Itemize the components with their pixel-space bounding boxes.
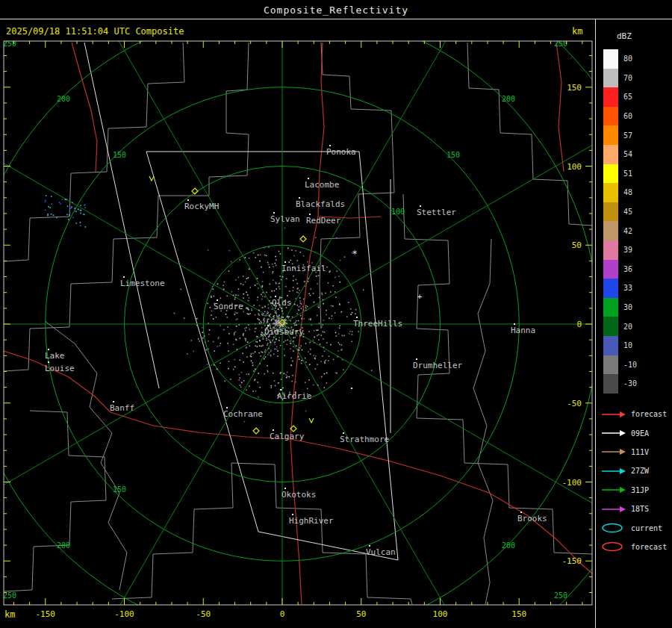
- echo-pixel: [299, 297, 301, 299]
- echo-pixel: [281, 323, 283, 324]
- echo-pixel: [276, 323, 278, 325]
- sidebar-separator-line: [595, 19, 596, 628]
- legend-row-31JP: 31JP: [600, 481, 667, 500]
- echo-pixel: [211, 296, 212, 297]
- echo-pixel: [264, 317, 265, 319]
- echo-pixel-nw: [45, 210, 46, 211]
- echo-pixel: [350, 308, 352, 310]
- echo-pixel: [231, 261, 232, 263]
- echo-pixel: [340, 282, 341, 283]
- echo-pixel-nw: [71, 206, 72, 208]
- city-label: Hanna: [511, 326, 535, 335]
- echo-pixel-nw: [80, 210, 81, 211]
- echo-pixel: [339, 343, 340, 345]
- legend-label: 31JP: [631, 486, 649, 494]
- echo-pixel: [208, 341, 209, 342]
- echo-pixel: [255, 285, 256, 286]
- colorbar-value: 36: [623, 265, 632, 273]
- echo-pixel: [259, 261, 261, 262]
- echo-pixel: [202, 332, 204, 333]
- echo-pixel: [293, 276, 294, 277]
- echo-pixel: [240, 385, 241, 386]
- echo-pixel: [273, 353, 275, 355]
- echo-pixel: [303, 299, 305, 300]
- echo-pixel: [239, 377, 240, 379]
- echo-pixel: [208, 334, 210, 335]
- radar-app-window: PonokaLacombeBlackfaldsSylvanRedDeerStet…: [0, 0, 672, 628]
- colorbar-value: -30: [623, 379, 637, 388]
- echo-pixel: [258, 287, 259, 289]
- echo-pixel: [253, 252, 255, 254]
- echo-pixel: [308, 293, 310, 294]
- echo-pixel: [305, 286, 306, 287]
- echo-pixel: [258, 320, 260, 321]
- city-label: Ponoka: [326, 147, 356, 157]
- echo-pixel: [293, 287, 294, 288]
- echo-pixel: [314, 330, 315, 332]
- echo-pixel: [301, 363, 302, 364]
- radial-line: [85, 324, 282, 628]
- echo-pixel: [264, 315, 266, 317]
- echo-pixel: [271, 385, 273, 387]
- echo-pixel: [257, 283, 258, 285]
- colorbar-value: 57: [623, 131, 632, 140]
- city-label: HighRiver: [289, 516, 334, 526]
- echo-pixel: [335, 277, 336, 279]
- city-marker: [123, 276, 125, 278]
- echo-pixel: [258, 255, 259, 256]
- city-label: Louise: [45, 364, 75, 373]
- colorbar-entry: 80: [603, 49, 637, 69]
- echo-pixel: [323, 332, 324, 333]
- echo-pixel: [306, 367, 308, 368]
- echo-pixel: [273, 373, 274, 374]
- echo-pixel: [267, 322, 268, 323]
- legend-label: forecast: [631, 410, 667, 418]
- echo-pixel: [277, 355, 279, 357]
- colorbar-value: 20: [623, 323, 632, 331]
- color-swatch: [603, 107, 618, 126]
- colorbar-entry: 36: [603, 260, 637, 279]
- city-marker: [329, 145, 331, 146]
- echo-pixel: [279, 251, 280, 252]
- legend-row-forecast: forecast: [600, 538, 667, 556]
- echo-pixel: [343, 369, 344, 370]
- echo-pixel: [317, 385, 319, 386]
- colorbar-title: dBZ: [617, 31, 632, 41]
- echo-pixel: [239, 259, 240, 261]
- highway-line: [556, 43, 564, 172]
- echo-pixel: [339, 304, 340, 305]
- city-label: Limestone: [120, 279, 165, 288]
- echo-pixel: [298, 320, 299, 322]
- echo-pixel: [264, 311, 266, 313]
- echo-pixel: [212, 286, 214, 287]
- echo-pixel: [302, 349, 303, 351]
- echo-pixel: [297, 349, 299, 350]
- echo-pixel: [271, 320, 273, 322]
- colorbar-value: 60: [623, 112, 632, 120]
- echo-pixel: [235, 319, 237, 320]
- echo-pixel: [328, 360, 329, 361]
- city-label: RedDeer: [306, 216, 341, 226]
- echo-pixel: [277, 321, 279, 323]
- echo-pixel: [238, 288, 240, 290]
- city-label: Strathmore: [340, 435, 389, 444]
- county-boundary-line: [473, 239, 493, 604]
- echo-pixel: [234, 297, 236, 299]
- echo-pixel: [352, 334, 353, 335]
- echo-pixel: [267, 344, 268, 346]
- county-boundary-line: [467, 43, 592, 226]
- color-swatch: [603, 374, 618, 394]
- echo-pixel: [301, 308, 302, 309]
- echo-pixel: [258, 373, 259, 374]
- city-label: Stettler: [417, 208, 456, 217]
- city-label: Okotoks: [281, 490, 316, 500]
- echo-pixel: [220, 325, 221, 326]
- color-swatch: [603, 221, 618, 240]
- echo-pixel: [262, 314, 264, 316]
- echo-pixel: [270, 314, 272, 315]
- echo-pixel: [279, 337, 281, 338]
- county-boundary-line: [209, 43, 249, 196]
- county-boundary-line: [4, 196, 209, 371]
- track-arrow-icon: [600, 485, 627, 495]
- echo-pixel: [287, 340, 289, 341]
